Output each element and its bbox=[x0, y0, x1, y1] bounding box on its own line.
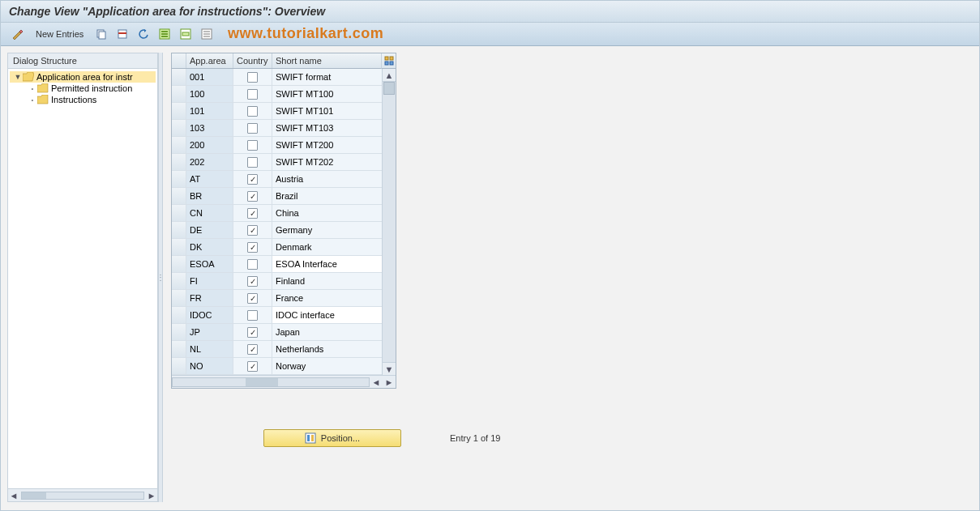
cell-country[interactable]: ✓ bbox=[233, 205, 272, 221]
country-checkbox[interactable]: ✓ bbox=[247, 344, 258, 355]
row-selector-header[interactable] bbox=[172, 53, 186, 68]
cell-country[interactable] bbox=[233, 120, 272, 136]
row-selector[interactable] bbox=[172, 341, 186, 357]
collapse-icon[interactable]: ▼ bbox=[13, 73, 23, 81]
country-checkbox[interactable]: ✓ bbox=[247, 293, 258, 304]
country-checkbox[interactable] bbox=[247, 72, 258, 83]
cell-apparea[interactable]: CN bbox=[186, 205, 233, 221]
tree-item[interactable]: ▼Application area for instr bbox=[10, 71, 156, 83]
table-row[interactable]: AT✓Austria bbox=[172, 171, 382, 188]
table-row[interactable]: NL✓Netherlands bbox=[172, 341, 382, 358]
hscroll-left-icon[interactable]: ◄ bbox=[370, 376, 383, 389]
cell-apparea[interactable]: AT bbox=[186, 171, 233, 187]
cell-shortname[interactable]: France bbox=[272, 290, 382, 306]
cell-apparea[interactable]: NO bbox=[186, 358, 233, 374]
scroll-right-icon[interactable]: ► bbox=[146, 490, 157, 501]
cell-country[interactable]: ✓ bbox=[233, 171, 272, 187]
hscroll-right-icon[interactable]: ► bbox=[383, 376, 396, 389]
row-selector[interactable] bbox=[172, 69, 186, 85]
cell-country[interactable]: ✓ bbox=[233, 222, 272, 238]
cell-country[interactable]: ✓ bbox=[233, 188, 272, 204]
hscroll-track[interactable] bbox=[172, 377, 370, 387]
country-checkbox[interactable]: ✓ bbox=[247, 208, 258, 219]
scroll-thumb[interactable] bbox=[22, 492, 46, 499]
configure-columns-icon[interactable] bbox=[381, 53, 396, 69]
cell-shortname[interactable]: IDOC interface bbox=[272, 307, 382, 323]
table-row[interactable]: JP✓Japan bbox=[172, 324, 382, 341]
cell-country[interactable]: ✓ bbox=[233, 324, 272, 340]
cell-country[interactable] bbox=[233, 256, 272, 272]
cell-country[interactable] bbox=[233, 86, 272, 102]
expand-icon[interactable]: • bbox=[28, 85, 37, 92]
country-checkbox[interactable]: ✓ bbox=[247, 327, 258, 338]
table-horizontal-scrollbar[interactable]: ◄ ► bbox=[172, 375, 396, 388]
cell-apparea[interactable]: BR bbox=[186, 188, 233, 204]
cell-country[interactable]: ✓ bbox=[233, 358, 272, 374]
cell-apparea[interactable]: JP bbox=[186, 324, 233, 340]
cell-apparea[interactable]: 100 bbox=[186, 86, 233, 102]
cell-apparea[interactable]: NL bbox=[186, 341, 233, 357]
cell-apparea[interactable]: DK bbox=[186, 239, 233, 255]
row-selector[interactable] bbox=[172, 273, 186, 289]
cell-country[interactable] bbox=[233, 154, 272, 170]
position-button[interactable]: Position... bbox=[263, 429, 401, 447]
country-checkbox[interactable] bbox=[247, 106, 258, 117]
scroll-down-icon[interactable]: ▼ bbox=[383, 362, 396, 375]
cell-apparea[interactable]: 103 bbox=[186, 120, 233, 136]
cell-apparea[interactable]: 001 bbox=[186, 69, 233, 85]
row-selector[interactable] bbox=[172, 239, 186, 255]
cell-shortname[interactable]: Norway bbox=[272, 358, 382, 374]
cell-shortname[interactable]: ESOA Interface bbox=[272, 256, 382, 272]
scroll-up-icon[interactable]: ▲ bbox=[383, 69, 396, 82]
cell-shortname[interactable]: Netherlands bbox=[272, 341, 382, 357]
cell-apparea[interactable]: 200 bbox=[186, 137, 233, 153]
cell-country[interactable] bbox=[233, 137, 272, 153]
scroll-left-icon[interactable]: ◄ bbox=[8, 490, 19, 501]
vscroll-thumb[interactable] bbox=[383, 82, 395, 95]
cell-shortname[interactable]: SWIFT format bbox=[272, 69, 382, 85]
tree-item[interactable]: •Permitted instruction bbox=[10, 83, 156, 94]
cell-shortname[interactable]: SWIFT MT202 bbox=[272, 154, 382, 170]
country-checkbox[interactable]: ✓ bbox=[247, 276, 258, 287]
cell-country[interactable] bbox=[233, 103, 272, 119]
cell-shortname[interactable]: Finland bbox=[272, 273, 382, 289]
country-checkbox[interactable] bbox=[247, 157, 258, 168]
row-selector[interactable] bbox=[172, 188, 186, 204]
row-selector[interactable] bbox=[172, 307, 186, 323]
hscroll-thumb[interactable] bbox=[246, 378, 278, 386]
table-row[interactable]: 100SWIFT MT100 bbox=[172, 86, 382, 103]
table-row[interactable]: 200SWIFT MT200 bbox=[172, 137, 382, 154]
table-row[interactable]: CN✓China bbox=[172, 205, 382, 222]
cell-country[interactable] bbox=[233, 307, 272, 323]
row-selector[interactable] bbox=[172, 120, 186, 136]
cell-apparea[interactable]: FI bbox=[186, 273, 233, 289]
table-row[interactable]: BR✓Brazil bbox=[172, 188, 382, 205]
row-selector[interactable] bbox=[172, 86, 186, 102]
sidebar-horizontal-scrollbar[interactable]: ◄ ► bbox=[8, 488, 157, 501]
cell-shortname[interactable]: SWIFT MT101 bbox=[272, 103, 382, 119]
table-row[interactable]: 202SWIFT MT202 bbox=[172, 154, 382, 171]
country-checkbox[interactable] bbox=[247, 140, 258, 151]
deselect-all-icon[interactable] bbox=[198, 26, 216, 42]
country-checkbox[interactable] bbox=[247, 310, 258, 321]
new-entries-button[interactable]: New Entries bbox=[30, 26, 89, 42]
table-row[interactable]: 103SWIFT MT103 bbox=[172, 120, 382, 137]
country-checkbox[interactable] bbox=[247, 89, 258, 100]
cell-shortname[interactable]: Brazil bbox=[272, 188, 382, 204]
column-header-country[interactable]: Country bbox=[233, 53, 272, 68]
country-checkbox[interactable]: ✓ bbox=[247, 225, 258, 236]
cell-shortname[interactable]: Japan bbox=[272, 324, 382, 340]
country-checkbox[interactable] bbox=[247, 259, 258, 270]
expand-icon[interactable]: • bbox=[28, 96, 37, 104]
table-row[interactable]: FR✓France bbox=[172, 290, 382, 307]
table-row[interactable]: 101SWIFT MT101 bbox=[172, 103, 382, 120]
table-row[interactable]: DE✓Germany bbox=[172, 222, 382, 239]
country-checkbox[interactable]: ✓ bbox=[247, 242, 258, 253]
row-selector[interactable] bbox=[172, 324, 186, 340]
column-header-shortname[interactable]: Short name bbox=[272, 53, 381, 68]
country-checkbox[interactable]: ✓ bbox=[247, 191, 258, 202]
cell-shortname[interactable]: Austria bbox=[272, 171, 382, 187]
cell-shortname[interactable]: SWIFT MT103 bbox=[272, 120, 382, 136]
cell-country[interactable]: ✓ bbox=[233, 290, 272, 306]
toggle-display-change-icon[interactable] bbox=[9, 26, 27, 42]
